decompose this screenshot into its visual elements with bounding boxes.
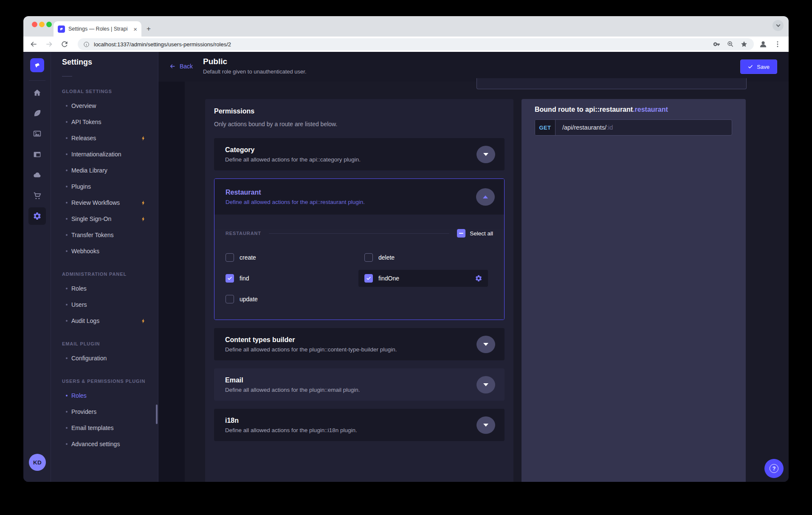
sidebar-item-email-templates[interactable]: Email templates [51,420,158,436]
sidebar-item-providers[interactable]: Providers [51,404,158,420]
sidebar-item-overview[interactable]: Overview [51,98,158,114]
sidebar-item-review-workflows[interactable]: Review Workflows [51,195,158,211]
accordion-header[interactable]: CategoryDefine all allowed actions for t… [214,138,505,170]
tab-close-icon[interactable]: × [133,25,137,33]
select-all-control[interactable]: Select all [457,229,493,238]
bookmark-star-icon[interactable] [740,40,748,48]
browser-menu-icon[interactable] [773,40,782,48]
select-all-checkbox[interactable] [457,229,465,238]
sidebar-item-webhooks[interactable]: Webhooks [51,243,158,259]
rail-item-content-manager[interactable] [28,105,46,122]
expand-chevron-button[interactable] [476,376,495,393]
bullet-icon [66,411,68,413]
expand-chevron-button[interactable] [476,146,495,163]
collapse-chevron-button[interactable] [476,188,495,206]
rail-item-content-type-builder[interactable] [28,146,46,163]
permission-action-update[interactable]: update [220,289,354,309]
checkbox-checked[interactable] [226,274,234,283]
strapi-logo[interactable] [30,58,44,72]
marketplace-icon [33,191,42,200]
checkbox-checked[interactable] [364,274,373,283]
forward-icon[interactable] [45,40,54,48]
zoom-window-button[interactable] [46,22,52,27]
subnav-section-label: GLOBAL SETTINGS [51,85,158,98]
accordion-header[interactable]: EmailDefine all allowed actions for the … [214,368,505,401]
permission-action-find[interactable]: find [220,268,354,289]
new-tab-button[interactable]: + [147,24,151,34]
sidebar-item-single-sign-on[interactable]: Single Sign-On [51,211,158,227]
expand-chevron-button[interactable] [476,416,495,434]
rail-item-settings[interactable] [28,207,46,225]
rail-divider [29,80,45,81]
content-type-builder-icon [33,150,42,159]
tab-search-chevron-icon[interactable] [773,20,784,31]
zoom-page-icon[interactable] [727,40,734,48]
password-key-icon[interactable] [713,40,721,48]
checkbox-unchecked[interactable] [364,253,373,262]
sidebar-item-internationalization[interactable]: Internationalization [51,146,158,162]
permission-action-create[interactable]: create [220,247,354,268]
strapi-favicon [58,25,65,33]
subnav-scrollbar[interactable] [156,405,158,424]
permission-action-delete[interactable]: delete [358,247,493,268]
accordion-description: Define all allowed actions for the plugi… [225,346,476,353]
rail-item-home[interactable] [28,84,46,102]
rail-item-media-library[interactable] [28,125,46,142]
role-description-input-partial[interactable] [476,78,747,89]
sidebar-item-label: Plugins [71,183,91,190]
route-path: /api/restaurants/:id [555,120,613,135]
sidebar-item-api-tokens[interactable]: API Tokens [51,114,158,130]
accordion-header[interactable]: i18nDefine all allowed actions for the p… [214,409,505,441]
checkbox-unchecked[interactable] [226,253,234,262]
sidebar-item-transfer-tokens[interactable]: Transfer Tokens [51,227,158,243]
checkbox-unchecked[interactable] [226,295,234,303]
bullet-icon [66,121,68,123]
help-button[interactable]: ? [764,459,784,478]
accordion-header[interactable]: RestaurantDefine all allowed actions for… [214,179,504,215]
accordion-title: Content types builder [225,336,476,344]
reload-icon[interactable] [60,40,69,48]
accordion-content-types-builder: Content types builderDefine all allowed … [214,328,505,360]
save-button[interactable]: Save [740,59,777,74]
sidebar-item-advanced-settings[interactable]: Advanced settings [51,436,158,452]
sidebar-item-label: Review Workflows [71,199,120,206]
sidebar-item-configuration[interactable]: Configuration [51,350,158,366]
sidebar-item-plugins[interactable]: Plugins [51,178,158,195]
action-label: update [240,296,258,303]
permission-action-findone[interactable]: findOne [358,270,488,287]
user-avatar[interactable]: KD [29,454,46,471]
sidebar-item-label: Configuration [71,355,107,362]
sidebar-item-audit-logs[interactable]: Audit Logs [51,313,158,329]
subnav-section-label: ADMINISTRATION PANEL [51,268,158,280]
bullet-icon [66,395,68,396]
accordion-description: Define all allowed actions for the plugi… [225,427,476,433]
sidebar-item-roles[interactable]: Roles [51,280,158,297]
rail-item-marketplace[interactable] [28,187,46,204]
chevron-down-icon [483,343,488,346]
sidebar-item-label: Roles [71,392,87,399]
browser-toolbar: localhost:1337/admin/settings/users-perm… [23,37,789,52]
accordion-header[interactable]: Content types builderDefine all allowed … [214,328,505,360]
back-link[interactable]: Back [169,63,193,70]
sidebar-item-users[interactable]: Users [51,297,158,313]
close-window-button[interactable] [32,22,37,27]
minimize-window-button[interactable] [39,22,45,27]
bound-route-title-accent: .restaurant [633,106,668,113]
browser-profile-avatar[interactable] [758,39,769,50]
strapi-admin-page: KD Settings GLOBAL SETTINGSOverviewAPI T… [23,52,789,482]
sidebar-item-roles[interactable]: Roles [51,388,158,404]
page-title: Public [203,57,307,66]
action-settings-gear-icon[interactable] [475,274,482,282]
sidebar-item-releases[interactable]: Releases [51,130,158,146]
url-text[interactable]: localhost:1337/admin/settings/users-perm… [94,41,713,48]
back-icon[interactable] [29,40,38,48]
rail-item-deploy-cloud[interactable] [28,166,46,184]
site-info-icon[interactable] [83,41,90,48]
browser-tab[interactable]: Settings — Roles | Strapi × [54,21,141,37]
expand-chevron-button[interactable] [476,336,495,353]
main-nav-rail: KD [23,52,51,482]
lightning-icon [141,200,146,206]
url-bar[interactable]: localhost:1337/admin/settings/users-perm… [78,38,754,50]
sidebar-item-media-library[interactable]: Media Library [51,162,158,178]
subnav-title: Settings [51,58,158,67]
